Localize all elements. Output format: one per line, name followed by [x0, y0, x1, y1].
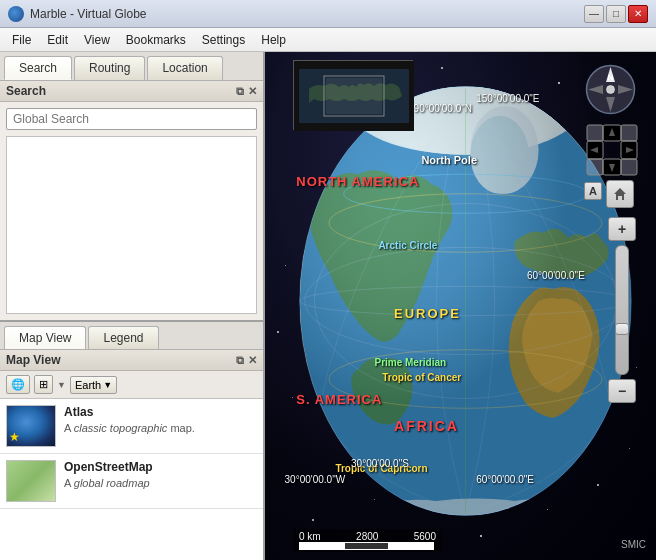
svg-point-25: [607, 86, 615, 94]
zoom-thumb[interactable]: [615, 323, 629, 335]
panel-close-icon[interactable]: ✕: [248, 85, 257, 98]
earth-dropdown[interactable]: Earth ▼: [70, 376, 117, 394]
scale-numbers: 0 km 2800 5600: [299, 531, 436, 542]
panel-header-icons: ⧉ ✕: [236, 85, 257, 98]
compass: N: [583, 62, 638, 117]
atlas-desc: A classic topographic map.: [64, 421, 257, 435]
scale-line: [299, 542, 436, 550]
close-button[interactable]: ✕: [628, 5, 648, 23]
atlas-info: Atlas A classic topographic map.: [64, 405, 257, 447]
maximize-button[interactable]: □: [606, 5, 626, 23]
map-view-header-icons: ⧉ ✕: [236, 354, 257, 367]
main-container: Search Routing Location Search ⧉ ✕ Map V…: [0, 52, 656, 560]
svg-rect-31: [621, 125, 637, 141]
grid-arrow-icon: ▼: [57, 380, 66, 390]
panel-restore-icon[interactable]: ⧉: [236, 85, 244, 98]
compass-svg: N: [583, 62, 638, 117]
home-icon: [612, 186, 628, 202]
osm-thumbnail: [6, 460, 56, 502]
earth-dropdown-arrow: ▼: [103, 380, 112, 390]
earth-label: Earth: [75, 379, 101, 391]
bottom-tab-row: Map View Legend: [0, 320, 263, 350]
map-item-osm[interactable]: OpenStreetMap A global roadmap: [0, 454, 263, 509]
osm-desc: A global roadmap: [64, 476, 257, 490]
left-panel: Search Routing Location Search ⧉ ✕ Map V…: [0, 52, 265, 560]
search-results-area: [6, 136, 257, 314]
zoom-in-button[interactable]: +: [608, 217, 636, 241]
nav-cross: [586, 124, 638, 176]
window-controls: — □ ✕: [584, 5, 648, 23]
svg-rect-18: [326, 78, 382, 114]
svg-rect-30: [587, 125, 603, 141]
search-input[interactable]: [6, 108, 257, 130]
tab-location[interactable]: Location: [147, 56, 222, 80]
menu-file[interactable]: File: [4, 31, 39, 49]
map-view-title: Map View: [6, 353, 60, 367]
svg-marker-38: [614, 188, 626, 200]
search-input-area: [0, 102, 263, 136]
globe-container: NORTH AMERICA North Pole Arctic Circle E…: [265, 52, 656, 560]
svg-text:N: N: [608, 73, 614, 82]
scale-seg-1: [299, 542, 344, 550]
map-area[interactable]: NORTH AMERICA North Pole Arctic Circle E…: [265, 52, 656, 560]
map-list: Atlas A classic topographic map. OpenStr…: [0, 399, 263, 560]
svg-rect-32: [587, 159, 603, 175]
atlas-thumbnail: [6, 405, 56, 447]
menu-edit[interactable]: Edit: [39, 31, 76, 49]
search-panel: Search ⧉ ✕: [0, 81, 263, 320]
scale-5600: 5600: [414, 531, 436, 542]
menu-view[interactable]: View: [76, 31, 118, 49]
scale-bar: 0 km 2800 5600: [293, 529, 442, 552]
title-bar: Marble - Virtual Globe — □ ✕: [0, 0, 656, 28]
zoom-track[interactable]: [615, 245, 629, 375]
zoom-control: + −: [608, 217, 636, 403]
top-tab-row: Search Routing Location: [0, 52, 263, 81]
grid-button[interactable]: ⊞: [34, 375, 53, 394]
atlas-name: Atlas: [64, 405, 257, 419]
search-panel-header: Search ⧉ ✕: [0, 81, 263, 102]
attribution-label: SMIC: [621, 539, 646, 550]
scale-2800: 2800: [356, 531, 378, 542]
menu-help[interactable]: Help: [253, 31, 294, 49]
tab-routing[interactable]: Routing: [74, 56, 145, 80]
zoom-out-button[interactable]: −: [608, 379, 636, 403]
svg-rect-33: [621, 159, 637, 175]
map-view-restore-icon[interactable]: ⧉: [236, 354, 244, 367]
map-view-header: Map View ⧉ ✕: [0, 350, 263, 371]
nav-cross-svg: [586, 124, 638, 176]
menu-bar: File Edit View Bookmarks Settings Help: [0, 28, 656, 52]
map-view-close-icon[interactable]: ✕: [248, 354, 257, 367]
minimap: [293, 60, 413, 130]
scale-seg-2: [344, 542, 389, 550]
tab-map-view[interactable]: Map View: [4, 326, 86, 349]
tab-legend[interactable]: Legend: [88, 326, 158, 349]
scale-seg-3: [389, 542, 434, 550]
menu-settings[interactable]: Settings: [194, 31, 253, 49]
menu-bookmarks[interactable]: Bookmarks: [118, 31, 194, 49]
osm-name: OpenStreetMap: [64, 460, 257, 474]
minimap-svg: [294, 61, 414, 131]
scale-0: 0 km: [299, 531, 321, 542]
map-view-panel: Map View ⧉ ✕ 🌐 ⊞ ▼ Earth ▼: [0, 350, 263, 560]
app-icon: [8, 6, 24, 22]
map-view-toolbar: 🌐 ⊞ ▼ Earth ▼: [0, 371, 263, 399]
nav-marker-button[interactable]: A: [584, 182, 602, 200]
map-item-atlas[interactable]: Atlas A classic topographic map.: [0, 399, 263, 454]
minimize-button[interactable]: —: [584, 5, 604, 23]
globe-icon: 🌐: [11, 378, 25, 391]
globe-button[interactable]: 🌐: [6, 375, 30, 394]
osm-info: OpenStreetMap A global roadmap: [64, 460, 257, 502]
svg-point-13: [300, 87, 632, 516]
home-button[interactable]: [606, 180, 634, 208]
window-title: Marble - Virtual Globe: [30, 7, 147, 21]
search-panel-title: Search: [6, 84, 46, 98]
grid-icon: ⊞: [39, 378, 48, 391]
tab-search[interactable]: Search: [4, 56, 72, 80]
